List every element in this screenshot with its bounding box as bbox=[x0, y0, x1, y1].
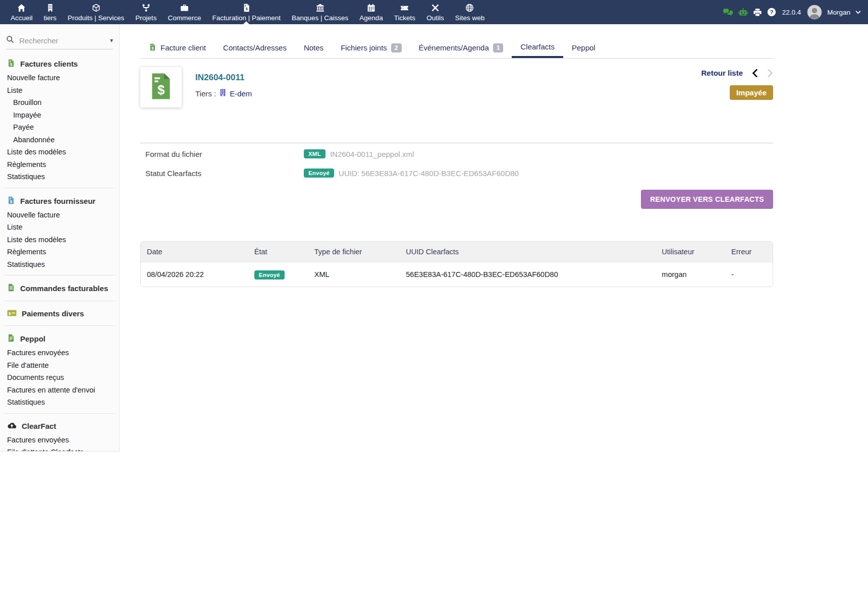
section-title: ClearFact bbox=[22, 422, 56, 430]
sidebar-section-paiements-divers[interactable]: $ Paiements divers bbox=[0, 306, 119, 321]
sidebar-item-impayee[interactable]: Impayée bbox=[0, 109, 119, 122]
nav-label: Produits | Services bbox=[68, 14, 124, 22]
sidebar-item-liste[interactable]: Liste bbox=[0, 84, 119, 97]
field-format-du-fichier: Format du fichier XML IN2604-0011_peppol… bbox=[140, 145, 773, 162]
chevron-down-icon[interactable] bbox=[855, 10, 861, 14]
sidebar-item-statistiques[interactable]: Statistiques bbox=[0, 171, 119, 183]
tab-label: Contacts/Adresses bbox=[223, 43, 287, 52]
sidebar-item-brouillon[interactable]: Brouillon bbox=[0, 96, 119, 109]
nav-banques-caisses[interactable]: Banques | Caisses bbox=[286, 0, 354, 24]
previous-record-icon[interactable] bbox=[752, 69, 758, 77]
help-icon[interactable]: ? bbox=[767, 8, 776, 17]
search-icon bbox=[6, 35, 14, 45]
invoice-header: $ IN2604-0011 Tiers : E-dem Retou bbox=[140, 67, 773, 107]
sidebar-section-commandes-facturables[interactable]: Commandes facturables bbox=[0, 280, 119, 296]
sidebar-item-nouvelle-facture[interactable]: Nouvelle facture bbox=[0, 72, 119, 84]
sidebar-section-clearfact[interactable]: ClearFact bbox=[0, 418, 119, 434]
divider bbox=[4, 325, 115, 326]
nav-agenda[interactable]: Agenda bbox=[354, 0, 389, 24]
search-input[interactable] bbox=[18, 36, 106, 45]
tab-notes[interactable]: Notes bbox=[295, 37, 332, 58]
sidebar-item-clearfact-file-attente[interactable]: File d'attente Clearfacts bbox=[0, 446, 119, 452]
tab-evenements-agenda[interactable]: Événements/Agenda 1 bbox=[410, 37, 512, 58]
user-name[interactable]: Morgan bbox=[827, 9, 850, 16]
svg-text:$: $ bbox=[152, 46, 154, 50]
svg-text:$: $ bbox=[157, 83, 165, 97]
nav-tickets[interactable]: Tickets bbox=[389, 0, 421, 24]
sidebar-item-peppol-factures-attente-envoi[interactable]: Factures en attente d'envoi bbox=[0, 384, 119, 397]
section-title: Peppol bbox=[20, 334, 45, 343]
invoice-thumbnail[interactable]: $ bbox=[140, 67, 182, 107]
nav-facturation-paiement[interactable]: $ Facturation | Paiement bbox=[206, 0, 286, 24]
sidebar-item-peppol-file-attente[interactable]: File d'attente bbox=[0, 359, 119, 372]
robot-icon[interactable] bbox=[738, 8, 748, 17]
col-etat: État bbox=[248, 242, 308, 262]
sidebar-section-factures-fournisseur[interactable]: $ Factures fournisseur bbox=[0, 193, 119, 209]
nav-commerce[interactable]: Commerce bbox=[162, 0, 206, 24]
chat-icon[interactable] bbox=[723, 8, 733, 17]
cell-erreur: - bbox=[725, 262, 773, 287]
tab-clearfacts[interactable]: Clearfacts bbox=[512, 37, 563, 58]
cube-icon bbox=[92, 4, 100, 13]
sidebar-item-peppol-factures-envoyees[interactable]: Factures envoyées bbox=[0, 347, 119, 359]
tab-fichiers-joints[interactable]: Fichiers joints 2 bbox=[332, 37, 410, 58]
envoye-badge: Envoyé bbox=[254, 270, 285, 279]
search-dropdown-caret[interactable]: ▾ bbox=[110, 37, 113, 44]
uuid-value: UUID: 56E3E83A-617C-480D-B3EC-ED653AF60D… bbox=[339, 169, 519, 178]
section-title: Commandes facturables bbox=[20, 284, 108, 293]
invoice-green-icon: $ bbox=[7, 59, 15, 69]
field-label: Format du fichier bbox=[145, 150, 304, 158]
tab-peppol[interactable]: Peppol bbox=[563, 37, 604, 58]
tab-count-badge: 2 bbox=[391, 43, 402, 52]
sidebar-section-factures-clients[interactable]: $ Factures clients bbox=[0, 55, 119, 72]
resend-to-clearfacts-button[interactable]: RENVOYER VERS CLEARFACTS bbox=[641, 190, 773, 209]
home-icon bbox=[17, 4, 26, 13]
sidebar-item-nouvelle-facture-fournisseur[interactable]: Nouvelle facture bbox=[0, 209, 119, 221]
tab-label: Clearfacts bbox=[520, 42, 555, 51]
cell-uuid: 56E3E83A-617C-480D-B3EC-ED653AF60D80 bbox=[400, 262, 656, 287]
envoye-badge: Envoyé bbox=[304, 169, 334, 178]
topbar-right: ? 22.0.4 Morgan bbox=[723, 0, 868, 24]
tab-label: Événements/Agenda bbox=[419, 43, 489, 52]
sidebar-item-payee[interactable]: Payée bbox=[0, 121, 119, 134]
sidebar-item-liste-des-modeles-fournisseur[interactable]: Liste des modèles bbox=[0, 234, 119, 246]
invoice-ref[interactable]: IN2604-0011 bbox=[195, 73, 252, 83]
sidebar-search: ▾ bbox=[6, 35, 113, 49]
tab-facture-client[interactable]: $ Facture client bbox=[140, 37, 214, 58]
divider bbox=[140, 143, 773, 143]
nav-label: Sites web bbox=[455, 14, 485, 22]
avatar[interactable] bbox=[807, 5, 822, 20]
nav-label: Facturation | Paiement bbox=[212, 14, 281, 22]
bank-icon bbox=[316, 4, 324, 13]
sidebar-item-abandonnee[interactable]: Abandonnée bbox=[0, 134, 119, 146]
sidebar-item-liste-fournisseur[interactable]: Liste bbox=[0, 221, 119, 234]
tab-contacts-adresses[interactable]: Contacts/Adresses bbox=[214, 37, 295, 58]
sidebar-item-reglements[interactable]: Règlements bbox=[0, 158, 119, 171]
globe-icon bbox=[465, 4, 474, 13]
nav-tiers[interactable]: tiers bbox=[38, 0, 63, 24]
top-navbar: Accueil tiers Produits | Services Projet… bbox=[0, 0, 868, 24]
section-title: Factures fournisseur bbox=[20, 197, 95, 205]
nav-label: Commerce bbox=[168, 14, 201, 22]
nav-produits-services[interactable]: Produits | Services bbox=[62, 0, 130, 24]
cell-type: XML bbox=[308, 262, 400, 287]
briefcase-icon bbox=[180, 4, 189, 13]
table-row: 08/04/2026 20:22 Envoyé XML 56E3E83A-617… bbox=[141, 262, 773, 287]
sidebar-item-statistiques-fournisseur[interactable]: Statistiques bbox=[0, 258, 119, 271]
sidebar-item-liste-des-modeles[interactable]: Liste des modèles bbox=[0, 146, 119, 158]
nav-projets[interactable]: Projets bbox=[130, 0, 162, 24]
thirdparty-link[interactable]: E-dem bbox=[230, 89, 252, 98]
sidebar-item-clearfact-factures-envoyees[interactable]: Factures envoyées bbox=[0, 434, 119, 446]
nav-outils[interactable]: Outils bbox=[421, 0, 450, 24]
nav-accueil[interactable]: Accueil bbox=[5, 0, 38, 24]
nav-sites-web[interactable]: Sites web bbox=[450, 0, 491, 24]
back-to-list-link[interactable]: Retour liste bbox=[701, 69, 743, 77]
printer-icon[interactable] bbox=[753, 8, 762, 17]
left-sidebar: ▾ $ Factures clients Nouvelle facture Li… bbox=[0, 24, 120, 452]
sidebar-section-peppol[interactable]: Peppol bbox=[0, 330, 119, 347]
sidebar-item-peppol-statistiques[interactable]: Statistiques bbox=[0, 396, 119, 409]
sidebar-item-peppol-documents-recus[interactable]: Documents reçus bbox=[0, 371, 119, 384]
building-icon bbox=[46, 4, 55, 13]
sidebar-item-reglements-fournisseur[interactable]: Règlements bbox=[0, 246, 119, 258]
nav-label: Projets bbox=[135, 14, 156, 22]
